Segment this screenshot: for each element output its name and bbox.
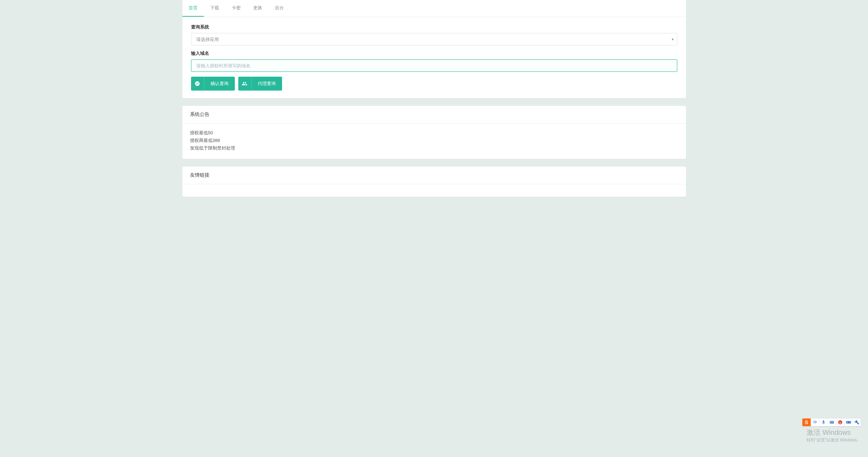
ime-lang-icon[interactable]: 中: [811, 418, 819, 426]
tab-card[interactable]: 卡密: [225, 0, 247, 17]
main-card: 首页 下载 卡密 更换 后台 查询系统 请选择应用 ▾ 输入域名: [182, 0, 686, 98]
ime-toolbox-icon[interactable]: [852, 418, 861, 426]
announcement-title: 系统公告: [182, 106, 686, 124]
ime-logo-icon[interactable]: S: [802, 418, 811, 426]
announcement-line: 授权最低50: [190, 129, 678, 137]
app-select[interactable]: 请选择应用: [191, 33, 677, 45]
announcement-line: 授权商最低388: [190, 137, 678, 144]
tab-backend[interactable]: 后台: [268, 0, 290, 17]
domain-input[interactable]: [191, 59, 677, 72]
ime-keyboard-icon[interactable]: [827, 418, 836, 426]
watermark-subtitle: 转到"设置"以激活 Windows。: [807, 437, 861, 443]
domain-label: 输入域名: [191, 50, 677, 57]
query-form: 查询系统 请选择应用 ▾ 输入域名 确认查询: [182, 17, 686, 98]
ime-toolbar[interactable]: S 中: [802, 418, 861, 426]
tab-replace[interactable]: 更换: [247, 0, 268, 17]
tab-bar: 首页 下载 卡密 更换 后台: [182, 0, 686, 17]
ime-gamepad-icon[interactable]: [844, 418, 852, 426]
people-icon: [238, 77, 251, 91]
tab-home[interactable]: 首页: [182, 0, 204, 17]
announcement-line: 发现低于限制禁封处理: [190, 144, 678, 152]
query-system-label: 查询系统: [191, 24, 677, 30]
app-select-wrap: 请选择应用 ▾: [191, 33, 677, 45]
button-row: 确认查询 代理查询: [191, 77, 677, 91]
agent-query-button[interactable]: 代理查询: [238, 77, 282, 91]
agent-query-label: 代理查询: [251, 81, 282, 87]
friend-links-card: 友情链接: [182, 167, 686, 197]
ime-mic-icon[interactable]: [819, 418, 827, 426]
confirm-query-label: 确认查询: [204, 81, 235, 87]
windows-activation-watermark: 激活 Windows 转到"设置"以激活 Windows。: [807, 428, 861, 443]
watermark-title: 激活 Windows: [807, 428, 861, 437]
announcement-card: 系统公告 授权最低50 授权商最低388 发现低于限制禁封处理: [182, 106, 686, 159]
check-circle-icon: [191, 77, 204, 91]
confirm-query-button[interactable]: 确认查询: [191, 77, 235, 91]
friend-links-body: [182, 184, 686, 197]
tab-download[interactable]: 下载: [204, 0, 225, 17]
announcement-body: 授权最低50 授权商最低388 发现低于限制禁封处理: [182, 124, 686, 159]
friend-links-title: 友情链接: [182, 167, 686, 184]
ime-emoji-icon[interactable]: [836, 418, 844, 426]
